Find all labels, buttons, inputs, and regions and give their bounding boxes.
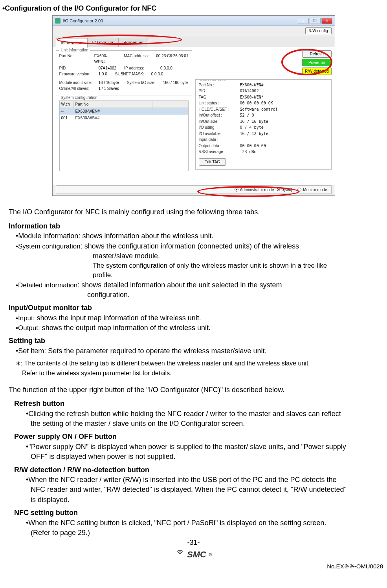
- info-bullet-2: •System configuration: shows the configu…: [16, 242, 385, 251]
- window-footer: Administrator mode : 300[sec] Monitor mo…: [56, 185, 332, 194]
- tab-properties[interactable]: Properties: [118, 38, 148, 47]
- document-body: The I/O Configurator for NFC is mainly c…: [2, 208, 385, 570]
- k-partno: Part No:: [59, 53, 94, 65]
- description-row: I/O available :16 / 12 byte: [199, 131, 328, 137]
- list-item[interactable]: --EX600-WEN#: [60, 108, 188, 115]
- tab-bar: Information I/O monitor Properties: [53, 36, 335, 47]
- io-bullet-2: •Output: shows the output map informatio…: [16, 323, 385, 332]
- system-configuration-group: System configuration W.ch Part No --EX60…: [56, 98, 192, 180]
- list-item[interactable]: 001EX600-WSV#: [60, 115, 188, 121]
- system-configuration-list[interactable]: W.ch Part No --EX600-WEN#001EX600-WSV#: [59, 100, 189, 171]
- col-partno: Part No: [74, 101, 152, 108]
- description-row: TAG :EX600-WEN*: [199, 94, 328, 100]
- v-mio: 16 / 16 byte: [99, 80, 119, 86]
- page-title: •Configuration of the I/O Configurator f…: [2, 4, 385, 13]
- info-b2-rest: : shows the configuration information (c…: [81, 242, 299, 250]
- set-bullet-1: •Set item: Sets the parameter required t…: [16, 347, 385, 356]
- page-number: -31-: [2, 538, 385, 547]
- info-b2-line2: master/slave module.: [93, 252, 385, 261]
- rw-detected-indicator[interactable]: R/W detected: [302, 68, 332, 75]
- heading-nfc: NFC setting button: [14, 508, 385, 517]
- heading-information-tab: Information tab: [9, 222, 385, 231]
- io-b2-rest: shows the output map information of the …: [40, 324, 211, 332]
- heading-rw: R/W detection / R/W no-detection button: [14, 466, 385, 475]
- k-sn: SUBNET MASK:: [115, 71, 151, 77]
- screenshot-container: I/O Configurator 2.00 – ☐ ✕ R/W config I…: [2, 15, 385, 196]
- administrator-mode-radio[interactable]: Administrator mode : 300[sec]: [235, 187, 292, 192]
- description-row: Unit status :00 00 00 00 OK: [199, 100, 328, 106]
- unit-information-group: Unit information Part No:EX600-WEN#MAC a…: [56, 50, 192, 95]
- io-bullet-1: •Input: shows the input map information …: [16, 314, 385, 323]
- description-label: Description: [199, 79, 228, 82]
- io-configurator-window: I/O Configurator 2.00 – ☐ ✕ R/W config I…: [52, 15, 335, 196]
- nfc-bullet: •When the NFC setting button is clicked,…: [26, 519, 385, 528]
- logo-arc-icon: [175, 550, 185, 559]
- maximize-button[interactable]: ☐: [310, 18, 321, 24]
- administrator-mode-label: Administrator mode : 300[sec]: [240, 187, 292, 192]
- logo-wrap: SMC®: [2, 549, 385, 562]
- heading-power: Power supply ON / OFF button: [14, 432, 385, 441]
- document-number: No.EX※※-OMU0028: [2, 562, 385, 570]
- app-icon: [55, 18, 61, 24]
- nfc-bullet-cont: (Refer to page 29.): [31, 528, 385, 537]
- description-group: Description Part No :EX600-WEN#PID :07A1…: [195, 79, 332, 170]
- k-fw: Firmware version:: [59, 71, 99, 77]
- io-b1-rest: shows the input map information of the w…: [35, 314, 201, 322]
- heading-io-monitor-tab: Input/Output monitor tab: [9, 303, 385, 312]
- v-pid: 07A14002: [99, 65, 117, 71]
- monitor-mode-label: Monitor mode: [303, 187, 327, 192]
- v-oas: 1 / 1 Slaves: [99, 86, 119, 92]
- rw-config-button[interactable]: R/W config: [305, 27, 332, 34]
- description-row: RSSI average :-23 dBm: [199, 149, 328, 155]
- intro-text: The I/O Configurator for NFC is mainly c…: [9, 208, 385, 217]
- heading-setting-tab: Setting tab: [9, 336, 385, 345]
- power-bullet-cont: OFF" is displayed when power is not supp…: [31, 452, 385, 461]
- tab-io-monitor[interactable]: I/O monitor: [87, 38, 119, 47]
- description-row: In/Out offset :52 / 0: [199, 112, 328, 119]
- info-bullet-3: •Detailed information: shows detailed in…: [16, 281, 385, 290]
- description-row: HOLD/CLR/SET :Software control: [199, 106, 328, 113]
- smc-logo: SMC®: [175, 549, 212, 561]
- rw-bullet: •When the NFC reader / writer (R/W) is i…: [26, 475, 385, 484]
- k-ip: IP address:: [124, 65, 160, 71]
- info-bullet-1: •Module information: shows information a…: [16, 232, 385, 241]
- info-b3-line2: configuration.: [87, 290, 385, 299]
- description-row: In/Out size :16 / 16 byte: [199, 119, 328, 125]
- right-button-stack: Refresh Power on R/W detected: [302, 50, 332, 75]
- info-b3-rest: : shows detailed information about the u…: [77, 281, 282, 289]
- power-on-indicator[interactable]: Power on: [302, 59, 332, 66]
- unit-information-label: Unit information: [59, 47, 90, 53]
- k-pid: PID: [59, 65, 99, 71]
- refresh-bullet: •Clicking the refresh button while holdi…: [26, 409, 385, 418]
- info-b2-lead: •System configuration: [16, 243, 81, 250]
- set-note-1: ∗: The contents of the setting tab is di…: [16, 360, 385, 368]
- description-row: Output data :00 00 00 00: [199, 143, 328, 149]
- power-bullet: •"Power supply ON" is displayed when pow…: [26, 442, 385, 451]
- logo-text: SMC: [187, 549, 206, 561]
- tab-information[interactable]: Information: [56, 38, 88, 47]
- upper-right-intro: The function of the upper right button o…: [9, 385, 385, 394]
- description-row: I/O using :0 / 4 byte: [199, 124, 328, 131]
- v-ip: 0.0.0.0: [160, 65, 172, 71]
- refresh-bullet-cont: the setting of the master / slave units …: [31, 419, 385, 428]
- window-titlebar: I/O Configurator 2.00 – ☐ ✕: [53, 16, 335, 26]
- v-partno: EX600-WEN#: [94, 53, 116, 65]
- rw-bullet-cont: NFC reader and writer, "R/W detected" is…: [31, 485, 385, 494]
- toolbar: R/W config: [53, 26, 335, 36]
- close-button[interactable]: ✕: [321, 18, 332, 24]
- rw-bullet-cont2: is displayed.: [31, 495, 385, 504]
- edit-tag-button[interactable]: Edit TAG: [199, 158, 226, 166]
- v-sio: 160 / 160 byte: [163, 80, 188, 86]
- io-b1-lead: •Input:: [16, 314, 35, 322]
- minimize-button[interactable]: –: [298, 18, 309, 24]
- col-wch: W.ch: [60, 101, 74, 108]
- heading-refresh: Refresh button: [14, 399, 385, 408]
- refresh-button[interactable]: Refresh: [302, 50, 332, 58]
- description-row: Part No :EX600-WEN#: [199, 82, 328, 88]
- k-mac: MAC address:: [124, 53, 156, 65]
- window-title: I/O Configurator 2.00: [63, 18, 103, 24]
- monitor-mode-radio[interactable]: Monitor mode: [297, 187, 327, 192]
- v-mac: 00:23:C6:26:03:01: [156, 53, 188, 65]
- v-sn: 0.0.0.0: [151, 71, 163, 77]
- info-b2-line4: profile.: [93, 271, 385, 279]
